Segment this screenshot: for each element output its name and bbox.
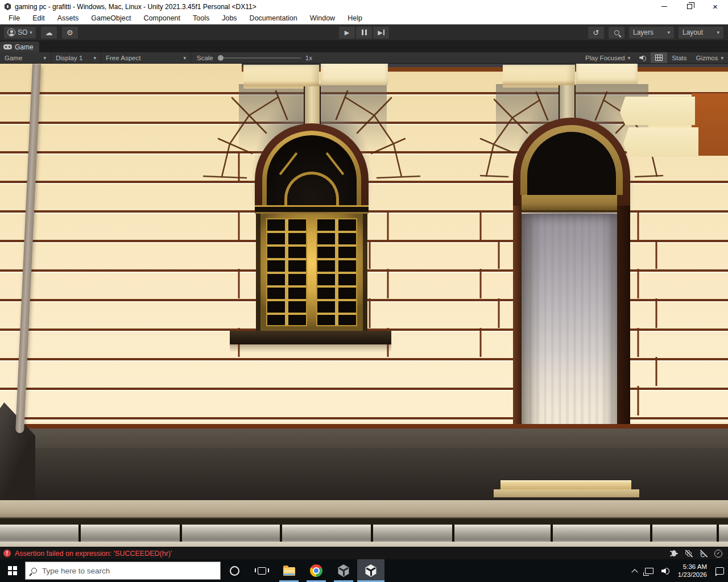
gear-icon: ⚙ bbox=[67, 29, 73, 36]
gameview-mode-dropdown[interactable]: Game ▾ bbox=[0, 52, 51, 63]
account-dropdown[interactable]: SO ▾ bbox=[4, 27, 36, 39]
stats-button[interactable]: Stats bbox=[667, 52, 691, 63]
unity-hub-button[interactable] bbox=[330, 559, 357, 582]
scale-control: Scale 1x bbox=[191, 55, 318, 61]
history-icon: ↺ bbox=[593, 29, 599, 36]
layout-dropdown[interactable]: Layout ▾ bbox=[679, 27, 723, 39]
task-view-button[interactable] bbox=[248, 559, 275, 582]
status-bar-icons: ↻ ✓ bbox=[670, 550, 722, 558]
start-button[interactable] bbox=[0, 559, 25, 582]
auto-refresh-disabled-icon[interactable]: ↻ bbox=[700, 550, 708, 557]
search-button[interactable] bbox=[609, 27, 624, 39]
aspect-ratio-dropdown[interactable]: Free Aspect ▾ bbox=[101, 52, 191, 63]
gameview-toolbar-right: Play Focused ▾ Stats Gizmos ▾ bbox=[581, 52, 728, 63]
volume-button[interactable] bbox=[657, 559, 673, 582]
system-tray: 5:36 AM 1/23/2026 bbox=[628, 559, 728, 582]
cloud-services-button[interactable]: ☁ bbox=[41, 27, 57, 39]
speaker-icon bbox=[639, 55, 646, 61]
settings-hub-button[interactable]: ⚙ bbox=[62, 27, 78, 39]
network-button[interactable] bbox=[641, 559, 657, 582]
cortana-button[interactable] bbox=[221, 559, 248, 582]
cornice-block bbox=[243, 65, 319, 89]
door-step bbox=[500, 480, 631, 489]
chevron-down-icon: ▾ bbox=[721, 55, 723, 61]
gizmos-dropdown[interactable]: Gizmos ▾ bbox=[691, 52, 728, 63]
tab-bar: Game bbox=[0, 41, 728, 52]
menu-jobs[interactable]: Jobs bbox=[216, 13, 243, 24]
cortana-icon bbox=[230, 566, 239, 576]
grid-toggle-button[interactable] bbox=[651, 52, 667, 63]
speaker-icon bbox=[661, 567, 669, 575]
road-surface bbox=[0, 542, 728, 547]
layers-dropdown[interactable]: Layers ▾ bbox=[629, 27, 674, 39]
clock-button[interactable]: 5:36 AM 1/23/2026 bbox=[673, 559, 712, 582]
status-bar[interactable]: ! Assertion failed on expression: 'SUCCE… bbox=[0, 547, 728, 559]
close-button[interactable]: × bbox=[702, 0, 728, 13]
sidewalk-ledge bbox=[0, 500, 728, 518]
tab-game-label: Game bbox=[15, 43, 34, 51]
plinth-upper bbox=[0, 429, 728, 448]
cache-server-disabled-icon[interactable] bbox=[685, 550, 693, 557]
account-icon bbox=[7, 28, 15, 36]
restore-button[interactable] bbox=[677, 0, 702, 13]
cloud-icon: ☁ bbox=[45, 29, 52, 36]
display-dropdown[interactable]: Display 1 ▾ bbox=[51, 52, 101, 63]
chevron-down-icon: ▾ bbox=[93, 55, 96, 61]
menu-tools[interactable]: Tools bbox=[187, 13, 216, 24]
action-center-button[interactable] bbox=[712, 559, 728, 582]
menu-gameobject[interactable]: GameObject bbox=[85, 13, 137, 24]
account-label: SO bbox=[18, 28, 27, 36]
restore-icon bbox=[687, 4, 692, 9]
debugger-bug-icon[interactable] bbox=[670, 550, 678, 557]
close-icon: × bbox=[713, 2, 718, 11]
tab-game[interactable]: Game bbox=[0, 41, 39, 52]
toolbar-left-group: SO ▾ ☁ ⚙ bbox=[4, 27, 78, 39]
taskbar-search-input[interactable] bbox=[42, 567, 214, 575]
progress-check-icon[interactable]: ✓ bbox=[714, 550, 722, 558]
scale-value: 1x bbox=[305, 55, 312, 61]
scale-slider[interactable] bbox=[218, 57, 301, 59]
windows-logo-icon bbox=[8, 566, 17, 575]
mute-audio-button[interactable] bbox=[635, 52, 651, 63]
menu-file[interactable]: File bbox=[2, 13, 26, 24]
undo-history-button[interactable]: ↺ bbox=[588, 27, 604, 39]
menu-assets[interactable]: Assets bbox=[51, 13, 85, 24]
layout-label: Layout bbox=[682, 28, 703, 36]
chevron-down-icon: ▾ bbox=[717, 30, 719, 35]
minimize-button[interactable] bbox=[651, 0, 677, 13]
chrome-button[interactable] bbox=[303, 559, 330, 582]
play-focused-dropdown[interactable]: Play Focused ▾ bbox=[581, 52, 635, 63]
unity-editor-icon bbox=[365, 564, 377, 577]
play-button[interactable]: ▶ bbox=[339, 27, 355, 39]
menu-window[interactable]: Window bbox=[304, 13, 341, 24]
step-button[interactable]: ▶ bbox=[373, 27, 389, 39]
menu-edit[interactable]: Edit bbox=[26, 13, 51, 24]
taskbar-search[interactable] bbox=[25, 562, 221, 580]
window-titlebar: gaming pc - grafitti - Windows, Mac, Lin… bbox=[0, 0, 728, 13]
stats-label: Stats bbox=[672, 55, 686, 61]
chrome-icon bbox=[310, 564, 322, 577]
pause-icon bbox=[362, 30, 367, 35]
unity-hub-icon bbox=[337, 564, 350, 577]
chevron-down-icon: ▾ bbox=[183, 55, 186, 61]
chevron-down-icon: ▾ bbox=[628, 55, 631, 61]
hidden-icons-button[interactable] bbox=[628, 559, 641, 582]
menu-documentation[interactable]: Documentation bbox=[243, 13, 304, 24]
file-explorer-button[interactable] bbox=[275, 559, 303, 582]
pause-button[interactable] bbox=[356, 27, 372, 39]
window-jamb bbox=[363, 214, 367, 331]
menu-component[interactable]: Component bbox=[137, 13, 187, 24]
plinth-trim-stripe bbox=[0, 424, 728, 429]
chevron-down-icon: ▾ bbox=[30, 30, 32, 35]
unity-editor-button[interactable] bbox=[357, 559, 384, 582]
menu-help[interactable]: Help bbox=[341, 13, 369, 24]
scale-slider-knob[interactable] bbox=[218, 55, 224, 61]
window-title: gaming pc - grafitti - Windows, Mac, Lin… bbox=[15, 3, 257, 11]
chevron-down-icon: ▾ bbox=[43, 55, 46, 61]
tray-date: 1/23/2026 bbox=[678, 571, 707, 579]
toolbar-right-group: ↺ Layers ▾ Layout ▾ bbox=[588, 27, 723, 39]
game-viewport[interactable] bbox=[0, 64, 728, 547]
door-step bbox=[494, 489, 639, 497]
editor-toolbar: SO ▾ ☁ ⚙ ▶ ▶ ↺ Layers ▾ Layout ▾ bbox=[0, 24, 728, 41]
window-sill bbox=[230, 331, 391, 344]
